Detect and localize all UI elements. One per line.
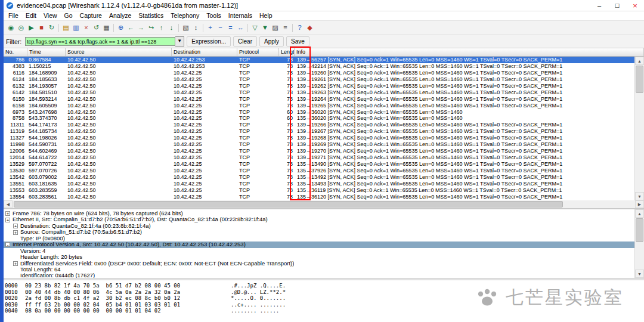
column-header-protocol[interactable]: Protocol: [237, 48, 279, 56]
menu-capture[interactable]: Capture: [76, 11, 106, 20]
packet-row[interactable]: 6142 184.581510 10.42.42.50 10.42.42.25 …: [4, 89, 634, 96]
toolbar-separator[interactable]: [178, 24, 179, 32]
column-header-time[interactable]: Time: [27, 48, 66, 56]
packet-row[interactable]: 11998 544.590731 10.42.42.50 10.42.42.25…: [4, 141, 634, 148]
packet-row[interactable]: 13530 597.070726 10.42.42.50 10.42.42.25…: [4, 168, 634, 174]
packet-row[interactable]: 4383 1.150215 10.42.42.50 10.42.42.253 T…: [4, 63, 634, 70]
find-packet-icon[interactable]: ⊕: [116, 23, 126, 33]
preferences-icon[interactable]: ≡: [280, 23, 290, 33]
autoscroll-icon[interactable]: ↕: [191, 23, 201, 33]
scroll-down-icon[interactable]: ▼: [635, 270, 644, 278]
go-top-icon[interactable]: ↑: [156, 23, 166, 33]
hscroll-thumb[interactable]: [14, 201, 563, 208]
minimize-button[interactable]: –: [590, 1, 608, 11]
coloring-rules-icon[interactable]: ▨: [270, 23, 280, 33]
menu-tools[interactable]: Tools: [203, 11, 225, 20]
menu-analyze[interactable]: Analyze: [106, 11, 135, 20]
go-to-packet-icon[interactable]: ↪: [146, 23, 156, 33]
menu-view[interactable]: View: [40, 11, 61, 20]
interfaces-icon[interactable]: ◉: [6, 23, 16, 33]
packet-row[interactable]: 6158 184.605509 10.42.42.50 10.42.42.25 …: [4, 103, 634, 109]
detail-line[interactable]: Header Length: 20 bytes: [4, 254, 634, 260]
column-header-no[interactable]: No.: [4, 48, 27, 56]
packet-row[interactable]: 11327 544.198026 10.42.42.50 10.42.42.25…: [4, 135, 634, 141]
scroll-right-icon[interactable]: ▶: [635, 200, 644, 208]
close-file-icon[interactable]: ×: [81, 23, 91, 33]
packet-row[interactable]: 13554 603.283561 10.42.42.50 10.42.42.25…: [4, 194, 634, 200]
menu-edit[interactable]: Edit: [22, 11, 40, 20]
go-bottom-icon[interactable]: ↓: [166, 23, 177, 33]
packet-row[interactable]: 11319 544.185734 10.42.42.50 10.42.42.25…: [4, 128, 634, 135]
toolbar-separator[interactable]: [113, 24, 114, 32]
packet-row[interactable]: 6132 184.193057 10.42.42.50 10.42.42.25 …: [4, 83, 634, 89]
scroll-left-icon[interactable]: ◀: [4, 200, 13, 208]
detail-line[interactable]: Identification: 0x44db (17627): [4, 273, 634, 278]
toolbar-separator[interactable]: [292, 24, 293, 32]
close-button[interactable]: ×: [626, 1, 644, 11]
toolbar-separator[interactable]: [203, 24, 203, 32]
packet-list-hscrollbar[interactable]: ◀ ▶: [4, 200, 644, 209]
packet-list-scrollbar[interactable]: ▲ ▼: [634, 57, 644, 200]
detail-line[interactable]: + Ethernet II, Src: CompalIn_51:d7:b2 (7…: [4, 216, 634, 222]
packet-row[interactable]: 12014 544.614722 10.42.42.50 10.42.42.25…: [4, 154, 634, 161]
detail-line[interactable]: Total Length: 64: [4, 267, 634, 273]
scrollbar-thumb[interactable]: [636, 218, 643, 242]
scroll-up-icon[interactable]: ▲: [635, 209, 644, 218]
open-file-icon[interactable]: ▤: [61, 23, 71, 33]
filter-input[interactable]: [25, 37, 175, 46]
expression-button[interactable]: Expression...: [187, 36, 231, 47]
detail-line[interactable]: + Source: CompalIn_51:d7:b2 (70:5a:b6:51…: [4, 229, 634, 235]
expander-icon[interactable]: -: [5, 242, 10, 247]
zoom-in-icon[interactable]: +: [205, 23, 215, 33]
help-icon[interactable]: ?: [295, 23, 305, 33]
scroll-down-icon[interactable]: ▼: [635, 192, 644, 200]
packet-row[interactable]: 8758 543.374370 10.42.42.50 10.42.42.25 …: [4, 115, 634, 122]
expander-icon[interactable]: +: [13, 230, 18, 235]
resize-columns-icon[interactable]: ↔: [236, 23, 246, 33]
packet-row[interactable]: 6124 184.185633 10.42.42.50 10.42.42.25 …: [4, 76, 634, 83]
capture-restart-icon[interactable]: ↻: [47, 23, 57, 33]
menu-go[interactable]: Go: [61, 11, 76, 20]
detail-line[interactable]: + Frame 786: 78 bytes on wire (624 bits)…: [4, 210, 634, 216]
menu-statistics[interactable]: Statistics: [135, 11, 167, 20]
menu-telephony[interactable]: Telephony: [167, 11, 203, 20]
colorize-icon[interactable]: ▧: [181, 23, 191, 33]
go-back-icon[interactable]: ←: [126, 23, 136, 33]
packet-row[interactable]: 6973 543.247698 10.42.42.50 10.42.42.25 …: [4, 109, 634, 116]
apply-button[interactable]: Apply: [259, 36, 284, 47]
detail-line[interactable]: Version: 4: [4, 248, 634, 254]
packet-row[interactable]: 11311 544.174173 10.42.42.50 10.42.42.25…: [4, 122, 634, 128]
column-header-destination[interactable]: Destination: [172, 48, 237, 56]
print-icon[interactable]: ▦: [101, 23, 112, 33]
packet-row[interactable]: 786 0.867584 10.42.42.50 10.42.42.253 TC…: [4, 57, 634, 63]
reload-icon[interactable]: ↺: [91, 23, 101, 33]
packet-row[interactable]: 13553 603.283559 10.42.42.50 10.42.42.25…: [4, 187, 634, 194]
toolbar-separator[interactable]: [247, 24, 248, 32]
expander-icon[interactable]: +: [5, 211, 10, 216]
toolbar-separator[interactable]: [58, 24, 59, 32]
menu-file[interactable]: File: [5, 11, 22, 20]
packet-row[interactable]: 13551 603.181635 10.42.42.50 10.42.42.25…: [4, 181, 634, 187]
expander-icon[interactable]: +: [13, 261, 18, 266]
packet-row[interactable]: 6116 184.168909 10.42.42.50 10.42.42.25 …: [4, 70, 634, 76]
column-header-source[interactable]: Source: [66, 48, 172, 56]
filter-dropdown-icon[interactable]: ▼: [175, 36, 184, 47]
detail-line[interactable]: - Internet Protocol Version 4, Src: 10.4…: [4, 242, 634, 247]
expander-icon[interactable]: +: [5, 218, 10, 222]
zoom-out-icon[interactable]: −: [215, 23, 225, 33]
column-header-info[interactable]: Info: [295, 48, 644, 56]
packet-row[interactable]: 12006 544.602469 10.42.42.50 10.42.42.25…: [4, 148, 634, 154]
save-button[interactable]: Save: [286, 36, 309, 47]
capture-stop-icon[interactable]: ■: [36, 23, 47, 33]
column-header-length[interactable]: Length: [279, 48, 295, 56]
detail-line[interactable]: + Destination: QuantaCo_82:1f:4a (00:23:…: [4, 223, 634, 229]
scroll-up-icon[interactable]: ▲: [635, 57, 644, 65]
scrollbar-thumb[interactable]: [636, 66, 643, 93]
menu-help[interactable]: Help: [256, 11, 276, 20]
go-forward-icon[interactable]: →: [136, 23, 146, 33]
capture-filter-icon[interactable]: ▽: [250, 23, 260, 33]
capture-start-icon[interactable]: ▶: [26, 23, 36, 33]
detail-line[interactable]: + Differentiated Services Field: 0x00 (D…: [4, 261, 634, 267]
details-scrollbar[interactable]: ▲ ▼: [634, 209, 644, 278]
packet-row[interactable]: 6150 184.593214 10.42.42.50 10.42.42.25 …: [4, 96, 634, 103]
